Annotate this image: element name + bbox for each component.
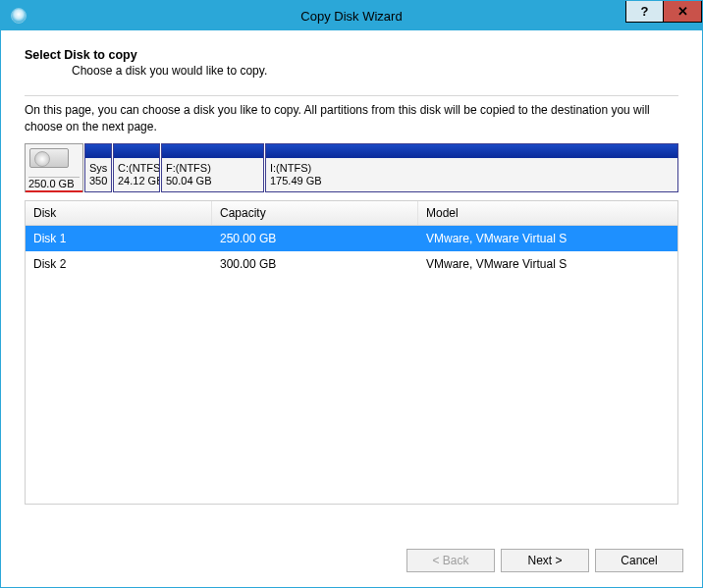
col-header-disk[interactable]: Disk: [26, 201, 212, 225]
hard-drive-icon: [29, 148, 69, 168]
window-buttons: ? ✕: [625, 1, 702, 23]
app-icon: [11, 8, 27, 24]
instruction-text: On this page, you can choose a disk you …: [25, 102, 678, 135]
partition-size: 50.04 GB: [166, 175, 259, 187]
disk-partition-map: 250.0 GB Sys 350 C:(NTFS) 24.12 GB F:(NT…: [25, 143, 678, 192]
partition-info: I:(NTFS) 175.49 GB: [266, 158, 677, 191]
cell-disk: Disk 2: [26, 251, 212, 277]
header-divider: [25, 95, 678, 96]
back-button[interactable]: < Back: [406, 549, 495, 572]
col-header-capacity[interactable]: Capacity: [212, 201, 418, 225]
close-button[interactable]: ✕: [664, 1, 701, 22]
disk-capacity-label: 250.0 GB: [28, 177, 80, 189]
partition-size: 24.12 GB: [118, 175, 155, 187]
partition-header: [85, 144, 111, 158]
table-row[interactable]: Disk 2 300.00 GB VMware, VMware Virtual …: [26, 251, 677, 277]
cell-capacity: 250.00 GB: [212, 226, 418, 251]
page-heading: Select Disk to copy: [25, 48, 678, 62]
disk-icon-cell[interactable]: 250.0 GB: [25, 143, 83, 192]
partition-size: 175.49 GB: [270, 175, 674, 187]
title-bar: Copy Disk Wizard ? ✕: [1, 1, 702, 30]
cell-disk: Disk 1: [26, 226, 212, 251]
cell-model: VMware, VMware Virtual S: [418, 226, 677, 251]
partition-info: Sys 350: [85, 158, 111, 191]
partition-header: [114, 144, 159, 158]
help-button[interactable]: ?: [626, 1, 664, 22]
partition-c[interactable]: C:(NTFS) 24.12 GB: [113, 143, 160, 192]
partition-f[interactable]: F:(NTFS) 50.04 GB: [161, 143, 264, 192]
partition-info: C:(NTFS) 24.12 GB: [114, 158, 159, 191]
cancel-button[interactable]: Cancel: [595, 549, 683, 572]
table-body: Disk 1 250.00 GB VMware, VMware Virtual …: [26, 226, 677, 504]
partition-name: C:(NTFS): [118, 162, 155, 175]
table-header: Disk Capacity Model: [26, 201, 677, 226]
next-button[interactable]: Next >: [501, 549, 589, 572]
partition-size: 350: [89, 175, 107, 187]
disk-selection-bar: [26, 190, 82, 192]
window-title: Copy Disk Wizard: [1, 9, 702, 24]
wizard-buttons: < Back Next > Cancel: [406, 549, 683, 572]
col-header-model[interactable]: Model: [418, 201, 677, 225]
partition-name: F:(NTFS): [166, 162, 259, 175]
disk-table: Disk Capacity Model Disk 1 250.00 GB VMw…: [25, 200, 678, 505]
partition-name: Sys: [89, 162, 107, 175]
partition-system[interactable]: Sys 350: [84, 143, 112, 192]
partition-name: I:(NTFS): [270, 162, 674, 175]
cell-model: VMware, VMware Virtual S: [418, 251, 677, 277]
partition-header: [266, 144, 677, 158]
partition-info: F:(NTFS) 50.04 GB: [162, 158, 263, 191]
partition-i[interactable]: I:(NTFS) 175.49 GB: [265, 143, 678, 192]
cell-capacity: 300.00 GB: [212, 251, 418, 277]
content-area: Select Disk to copy Choose a disk you wo…: [1, 30, 702, 505]
partition-header: [162, 144, 263, 158]
page-subheading: Choose a disk you would like to copy.: [72, 64, 678, 78]
table-row[interactable]: Disk 1 250.00 GB VMware, VMware Virtual …: [26, 226, 677, 251]
